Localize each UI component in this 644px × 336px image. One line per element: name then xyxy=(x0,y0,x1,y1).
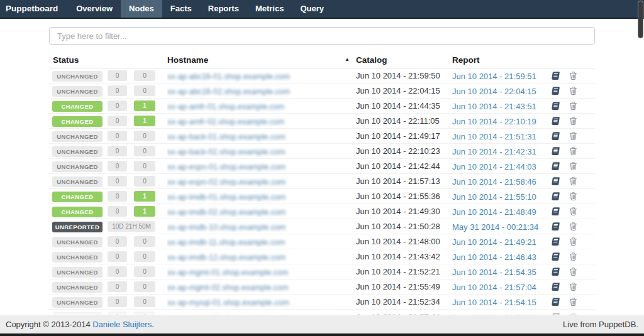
report-link[interactable]: Jun 10 2014 - 21:54:15 xyxy=(452,298,536,307)
report-log-icon[interactable] xyxy=(551,101,560,111)
delete-node-icon[interactable] xyxy=(569,297,578,306)
delete-node-icon[interactable] xyxy=(569,192,578,201)
table-row: UNCHANGED 0 0 xx-ap-imdb-11.shop.example… xyxy=(49,234,595,249)
report-link[interactable]: Jun 10 2014 - 21:43:51 xyxy=(452,102,536,111)
delete-node-icon[interactable] xyxy=(569,86,578,95)
nav-tab-overview[interactable]: Overview xyxy=(68,0,121,18)
delete-node-icon[interactable] xyxy=(569,176,578,186)
hostname-link[interactable]: xx-ap-imdb-01.shop.example.com xyxy=(167,193,286,202)
report-log-icon[interactable] xyxy=(551,131,560,141)
delete-node-icon[interactable] xyxy=(569,207,578,216)
report-log-icon[interactable] xyxy=(551,237,560,246)
report-link[interactable]: Jun 10 2014 - 21:59:51 xyxy=(452,72,536,81)
report-link[interactable]: Jun 10 2014 - 21:46:43 xyxy=(452,252,536,262)
report-link[interactable]: Jun 10 2014 - 21:57:04 xyxy=(452,283,536,292)
hostname-link[interactable]: xx-ap-espn-01.shop.example.com xyxy=(167,163,286,171)
hostname-link[interactable]: xx-ap-mgmt-01.shop.example.com xyxy=(167,268,288,277)
report-log-icon[interactable] xyxy=(551,176,560,186)
catalog-timestamp: Jun 10 2014 - 21:59:50 xyxy=(356,71,452,80)
failed-count-badge: 0 xyxy=(108,296,127,307)
report-link[interactable]: Jun 10 2014 - 21:55:10 xyxy=(452,192,536,202)
delete-node-icon[interactable] xyxy=(569,222,578,231)
report-log-icon[interactable] xyxy=(551,282,560,291)
delete-node-icon[interactable] xyxy=(569,116,578,126)
report-link[interactable]: Jun 10 2014 - 21:49:21 xyxy=(452,237,536,247)
status-badge: CHANGED xyxy=(52,207,103,217)
scrollbar-thumb[interactable] xyxy=(638,1,643,38)
count-cells: 0 1 xyxy=(108,191,167,202)
delete-node-icon[interactable] xyxy=(569,161,578,171)
report-log-icon[interactable] xyxy=(551,116,560,126)
hostname-link[interactable]: xx-ap-espn-02.shop.example.com xyxy=(167,178,286,187)
nav-tab-reports[interactable]: Reports xyxy=(200,0,247,18)
changed-count-badge: 1 xyxy=(134,206,155,217)
report-link[interactable]: Jun 10 2014 - 21:44:03 xyxy=(452,162,536,171)
hostname-link[interactable]: xx-ap-imdb-11.shop.example.com xyxy=(167,238,285,247)
report-link[interactable]: Jun 10 2014 - 21:42:31 xyxy=(452,147,536,156)
report-log-icon[interactable] xyxy=(551,146,560,156)
catalog-timestamp: Jun 10 2014 - 21:44:35 xyxy=(356,101,452,111)
report-link[interactable]: Jun 10 2014 - 21:51:31 xyxy=(452,132,536,141)
report-link[interactable]: May 31 2014 - 00:21:34 xyxy=(452,222,538,232)
nav-tab-nodes[interactable]: Nodes xyxy=(121,0,162,18)
copyright-label: Copyright © 2013-2014 xyxy=(6,320,91,329)
report-link[interactable]: Jun 10 2014 - 21:58:46 xyxy=(452,177,536,187)
hostname-link[interactable]: xx-ap-amfr-01.shop.example.com xyxy=(167,102,284,111)
count-cells: 0 0 xyxy=(108,281,167,292)
author-link[interactable]: Daniele Sluijters xyxy=(92,320,152,329)
delete-node-icon[interactable] xyxy=(569,101,578,111)
failed-count-badge: 0 xyxy=(108,116,127,126)
hostname-link[interactable]: xx-ap-imdb-10.shop.example.com xyxy=(167,223,286,232)
hostname-link[interactable]: xx-ap-mysql-01.shop.example.com xyxy=(167,298,289,307)
hostname-link[interactable]: xx-ap-mgmt-02.shop.example.com xyxy=(167,283,288,292)
delete-node-icon[interactable] xyxy=(569,71,578,80)
top-nav-bar: Puppetboard OverviewNodesFactsReportsMet… xyxy=(0,0,644,19)
catalog-timestamp: Jun 10 2014 - 21:49:30 xyxy=(356,207,452,216)
hostname-link[interactable]: xx-ap-abc16-01.shop.example.com xyxy=(167,72,290,81)
delete-node-icon[interactable] xyxy=(569,237,578,246)
delete-node-icon[interactable] xyxy=(569,131,578,141)
column-header-status[interactable]: Status xyxy=(49,55,167,65)
nav-tab-query[interactable]: Query xyxy=(292,0,332,18)
column-header-catalog[interactable]: Catalog xyxy=(356,55,452,65)
report-log-icon[interactable] xyxy=(551,252,560,261)
report-log-icon[interactable] xyxy=(551,207,560,216)
copyright-text: Copyright © 2013-2014 Daniele Sluijters. xyxy=(6,320,154,329)
hostname-link[interactable]: xx-ap-back-02.shop.example.com xyxy=(167,148,286,156)
delete-node-icon[interactable] xyxy=(569,282,578,291)
nav-tab-label: Facts xyxy=(170,4,192,13)
hostname-link[interactable]: xx-ap-abc16-02.shop.example.com xyxy=(167,87,290,96)
nav-tab-label: Reports xyxy=(208,4,239,13)
report-log-icon[interactable] xyxy=(551,71,560,80)
report-link[interactable]: Jun 10 2014 - 21:48:49 xyxy=(452,207,536,217)
status-badge: UNCHANGED xyxy=(52,282,103,293)
failed-count-badge: 0 xyxy=(108,266,127,277)
nav-tab-facts[interactable]: Facts xyxy=(162,0,200,18)
report-link[interactable]: Jun 10 2014 - 21:54:35 xyxy=(452,268,536,277)
report-link[interactable]: Jun 10 2014 - 22:10:19 xyxy=(452,117,536,126)
nodes-page: Status Hostname ▲ Catalog Report UNCHANG… xyxy=(49,19,595,317)
filter-input[interactable] xyxy=(49,27,595,45)
delete-node-icon[interactable] xyxy=(569,252,578,261)
table-row: CHANGED 0 1 xx-ap-imdb-02.shop.example.c… xyxy=(49,204,595,219)
hostname-link[interactable]: xx-ap-amfr-02.shop.example.com xyxy=(167,117,284,126)
hostname-link[interactable]: xx-ap-imdb-12.shop.example.com xyxy=(167,253,286,262)
unreported-duration-badge: 10D 21H 50M xyxy=(108,221,155,232)
report-log-icon[interactable] xyxy=(551,297,560,306)
report-log-icon[interactable] xyxy=(551,222,560,231)
report-link[interactable]: Jun 10 2014 - 22:04:15 xyxy=(452,87,536,96)
nav-tab-metrics[interactable]: Metrics xyxy=(247,0,292,18)
status-badge: UNCHANGED xyxy=(52,131,103,142)
hostname-link[interactable]: xx-ap-back-01.shop.example.com xyxy=(167,133,286,141)
report-log-icon[interactable] xyxy=(551,86,560,95)
column-header-report[interactable]: Report xyxy=(452,55,595,65)
brand-link[interactable]: Puppetboard xyxy=(0,0,64,18)
status-badge: CHANGED xyxy=(52,101,103,112)
report-log-icon[interactable] xyxy=(551,192,560,201)
column-header-hostname[interactable]: Hostname ▲ xyxy=(167,55,356,65)
delete-node-icon[interactable] xyxy=(569,146,578,156)
delete-node-icon[interactable] xyxy=(569,267,578,276)
hostname-link[interactable]: xx-ap-imdb-02.shop.example.com xyxy=(167,208,286,217)
report-log-icon[interactable] xyxy=(551,267,560,276)
report-log-icon[interactable] xyxy=(551,161,560,171)
